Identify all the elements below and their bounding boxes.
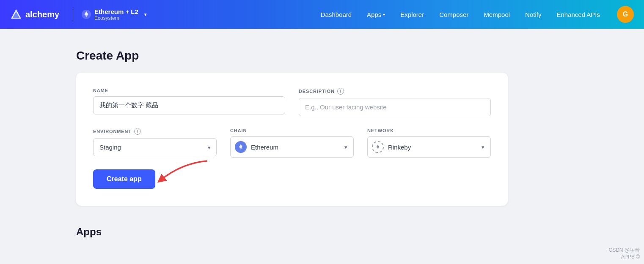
environment-label: ENVIRONMENT i xyxy=(93,128,217,135)
description-label: DESCRIPTION i xyxy=(299,88,491,95)
network-group: NETWORK Rinkeby ▾ xyxy=(367,128,491,158)
form-row-2: ENVIRONMENT i Staging Production ▾ CHAIN xyxy=(93,128,491,158)
chain-value: Ethereum xyxy=(251,144,278,151)
ethereum-icon xyxy=(235,141,247,153)
chain-sub: Ecosystem xyxy=(94,15,138,21)
description-group: DESCRIPTION i xyxy=(299,88,491,116)
description-input[interactable] xyxy=(299,98,491,116)
network-value: Rinkeby xyxy=(388,144,411,151)
chain-selector[interactable]: Ethereum + L2 Ecosystem ▼ xyxy=(73,8,148,21)
nav-notify[interactable]: Notify xyxy=(525,11,541,18)
network-label: NETWORK xyxy=(367,128,491,133)
create-app-card: NAME DESCRIPTION i ENVIRONMENT i xyxy=(76,73,508,206)
chain-chevron: ▼ xyxy=(143,12,148,17)
name-input[interactable] xyxy=(93,96,285,114)
name-label: NAME xyxy=(93,88,285,93)
chain-chevron-icon: ▾ xyxy=(344,144,347,150)
nav-dashboard[interactable]: Dashboard xyxy=(321,11,352,18)
chain-select-wrapper[interactable]: Ethereum ▾ xyxy=(230,136,354,158)
user-avatar[interactable]: G xyxy=(617,6,634,23)
nav-apps[interactable]: Apps ▾ xyxy=(367,11,385,18)
chain-name: Ethereum + L2 xyxy=(94,8,138,15)
navbar: alchemy Ethereum + L2 Ecosystem ▼ Dashbo… xyxy=(0,0,644,29)
network-select-inner: Rinkeby xyxy=(372,137,473,157)
nav-links: Dashboard Apps ▾ Explorer Composer Mempo… xyxy=(321,11,600,18)
button-area: Create app xyxy=(93,169,155,189)
nav-explorer[interactable]: Explorer xyxy=(400,11,424,18)
name-group: NAME xyxy=(93,88,285,116)
nav-composer[interactable]: Composer xyxy=(439,11,468,18)
chain-select-inner: Ethereum xyxy=(235,137,336,157)
rinkeby-icon xyxy=(372,141,384,153)
logo-text: alchemy xyxy=(25,10,59,19)
logo[interactable]: alchemy xyxy=(10,8,59,20)
arrow-annotation xyxy=(148,157,216,191)
chain-label: CHAIN xyxy=(230,128,354,133)
apps-chevron: ▾ xyxy=(383,12,385,17)
create-app-button[interactable]: Create app xyxy=(93,169,155,189)
nav-mempool[interactable]: Mempool xyxy=(484,11,510,18)
nav-enhanced-apis[interactable]: Enhanced APIs xyxy=(556,11,600,18)
environment-info-icon[interactable]: i xyxy=(134,128,141,135)
main-content: Create App NAME DESCRIPTION i E xyxy=(0,29,508,258)
environment-select[interactable]: Staging Production xyxy=(93,138,217,156)
chain-group: CHAIN Ethereum ▾ xyxy=(230,128,354,158)
network-select-wrapper[interactable]: Rinkeby ▾ xyxy=(367,136,491,158)
description-info-icon[interactable]: i xyxy=(337,88,344,95)
apps-section-title: Apps xyxy=(76,226,508,238)
page-title: Create App xyxy=(76,49,508,63)
environment-select-wrapper: Staging Production ▾ xyxy=(93,138,217,156)
environment-group: ENVIRONMENT i Staging Production ▾ xyxy=(93,128,217,158)
network-chevron-icon: ▾ xyxy=(482,144,484,150)
form-row-1: NAME DESCRIPTION i xyxy=(93,88,491,116)
watermark: CSDN @字音 APPS © xyxy=(608,247,640,260)
